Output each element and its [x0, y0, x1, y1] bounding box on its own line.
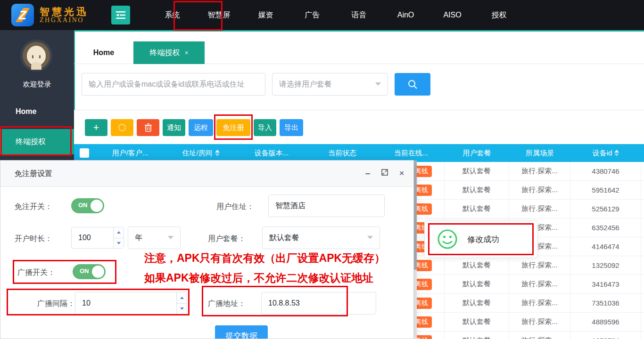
- search-input[interactable]: [82, 73, 265, 96]
- cell-device-id: 4889596: [570, 313, 641, 331]
- close-icon[interactable]: ×: [396, 167, 408, 179]
- top-nav-menu: 系统 智慧屏 媒资 广告 语音 AinO AISO 授权: [149, 0, 522, 30]
- dialog-header: 免注册设置 – ×: [0, 161, 413, 187]
- warning-line-2: 如果APK被修改过后，不允许二次修改认证地址: [144, 271, 373, 285]
- cell-device-id: 7351036: [570, 294, 641, 312]
- free-switch-label: 免注开关：: [15, 202, 52, 212]
- nav-item-media[interactable]: 媒资: [242, 0, 289, 30]
- brand-name-en: ZHGXAINO: [40, 17, 89, 24]
- trash-icon: [144, 123, 152, 132]
- cell-scene: 旅行.探索...: [509, 200, 570, 218]
- submit-button[interactable]: 提交数据: [215, 325, 268, 339]
- cell-device-id: 4146474: [570, 237, 641, 256]
- address-input[interactable]: [268, 194, 385, 217]
- sort-icon[interactable]: [614, 150, 619, 156]
- vertical-scrollbar[interactable]: [413, 161, 417, 339]
- table-header-row: 用户/客户... 住址/房间 设备版本... 当前状态 当前在线... 用户套餐…: [74, 144, 644, 162]
- package-select-placeholder: 请选择用户套餐: [279, 80, 332, 88]
- nav-item-voice[interactable]: 语音: [336, 0, 382, 30]
- tab-bar: Home 终端授权×: [74, 32, 644, 64]
- nav-item-auth[interactable]: 授权: [476, 0, 522, 30]
- maximize-button[interactable]: [379, 167, 391, 179]
- sidebar-collapse-button[interactable]: [111, 6, 130, 24]
- col-version: 设备版本...: [236, 149, 307, 158]
- free-register-button[interactable]: 免注册: [216, 119, 250, 136]
- stepper-arrows[interactable]: [113, 227, 124, 248]
- package-label: 用户套餐：: [208, 234, 246, 244]
- smiley-success-icon: [437, 229, 458, 250]
- col-package: 用户套餐: [445, 149, 509, 158]
- interval-input[interactable]: [75, 292, 187, 315]
- avatar: [20, 40, 52, 72]
- cell-device-id: 3416473: [570, 275, 641, 293]
- scrollbar-thumb[interactable]: [413, 161, 417, 270]
- spinner-icon: [118, 124, 126, 131]
- dialog-title: 免注册设置: [15, 169, 52, 179]
- notify-button[interactable]: 通知: [163, 119, 185, 136]
- col-address: 住址/房间: [165, 149, 236, 158]
- free-register-dialog: 免注册设置 – × 免注开关： ON 用户住址： 开户时长： 年 用户套餐： 默…: [0, 160, 414, 339]
- delete-button[interactable]: [137, 119, 159, 136]
- sidebar-item-terminal-auth[interactable]: 终端授权: [0, 129, 74, 154]
- nav-item-aino[interactable]: AinO: [382, 0, 429, 30]
- add-button[interactable]: +: [85, 119, 107, 136]
- tab-close-icon[interactable]: ×: [184, 49, 188, 56]
- col-online: 当前在线...: [378, 149, 445, 158]
- cell-package: 默认套餐: [445, 256, 509, 274]
- col-status: 当前状态: [307, 149, 378, 158]
- nav-item-ads[interactable]: 广告: [289, 0, 336, 30]
- brand-name-cn: 智慧光迅: [40, 7, 89, 17]
- free-switch-toggle[interactable]: ON: [71, 198, 104, 213]
- broadcast-switch-toggle[interactable]: ON: [73, 264, 106, 279]
- nav-item-system[interactable]: 系统: [149, 0, 196, 30]
- cell-scene: 旅行.探索...: [509, 275, 570, 293]
- cell-device-id: 5951642: [570, 181, 641, 199]
- sort-icon[interactable]: [215, 150, 220, 156]
- success-toast: 修改成功: [424, 220, 537, 258]
- cell-scene: 旅行.探索...: [509, 313, 570, 331]
- warning-line-1: 注意，APK只有首次有效（出厂设置APK无缓存）: [144, 251, 385, 266]
- stepper-arrows[interactable]: [176, 292, 187, 314]
- cell-package: 默认套餐: [445, 162, 509, 180]
- tab-terminal-auth-label: 终端授权: [149, 48, 180, 56]
- duration-unit-select[interactable]: 年: [128, 226, 181, 249]
- toolbar: + 通知 远程 免注册 导入 导出: [85, 119, 303, 136]
- chevron-down-icon: [367, 236, 373, 239]
- remote-button[interactable]: 远程: [189, 119, 213, 136]
- interval-stepper[interactable]: [75, 292, 187, 315]
- tab-home[interactable]: Home: [88, 41, 119, 64]
- search-button[interactable]: [395, 73, 430, 96]
- export-button[interactable]: 导出: [280, 119, 303, 136]
- cell-device-id: 6352456: [570, 218, 641, 237]
- tab-terminal-auth[interactable]: 终端授权×: [133, 41, 205, 64]
- cell-device-id: 1325092: [570, 256, 641, 274]
- top-navbar: Z 智慧光迅 ZHGXAINO 系统 智慧屏 媒资 广告 语音 AinO AIS…: [0, 0, 644, 30]
- select-all-checkbox[interactable]: [80, 148, 89, 158]
- cell-package: 默认套餐: [445, 294, 509, 312]
- cell-scene: 旅行.探索...: [509, 256, 570, 274]
- package-select-modal[interactable]: 默认套餐: [262, 226, 380, 249]
- interval-label: 广播间隔：: [37, 299, 75, 309]
- divider: [74, 110, 644, 110]
- brand-text: 智慧光迅 ZHGXAINO: [40, 7, 89, 24]
- address-label: 用户住址：: [216, 202, 254, 212]
- cell-device-id: 4380746: [570, 162, 641, 180]
- nav-item-aiso[interactable]: AISO: [429, 0, 476, 30]
- broadcast-addr-input[interactable]: [261, 292, 376, 315]
- sidebar-item-home[interactable]: Home: [0, 102, 74, 121]
- cell-scene: 旅行.探索...: [509, 294, 570, 312]
- toast-message: 修改成功: [467, 234, 499, 245]
- refresh-button[interactable]: [111, 119, 133, 136]
- package-select[interactable]: 请选择用户套餐: [272, 73, 388, 96]
- import-button[interactable]: 导入: [254, 119, 276, 136]
- minimize-button[interactable]: –: [362, 167, 374, 179]
- cell-scene: 旅行.探索...: [509, 162, 570, 180]
- col-user: 用户/客户...: [95, 149, 165, 158]
- nav-item-smartscreen[interactable]: 智慧屏: [196, 0, 242, 30]
- broadcast-addr-label: 广播地址：: [208, 299, 246, 309]
- cell-package: 默认套餐: [445, 331, 509, 339]
- welcome-text: 欢迎登录: [0, 80, 74, 89]
- maximize-icon: [381, 169, 388, 176]
- cell-device-id: 5256129: [570, 200, 641, 218]
- duration-stepper[interactable]: [71, 227, 124, 249]
